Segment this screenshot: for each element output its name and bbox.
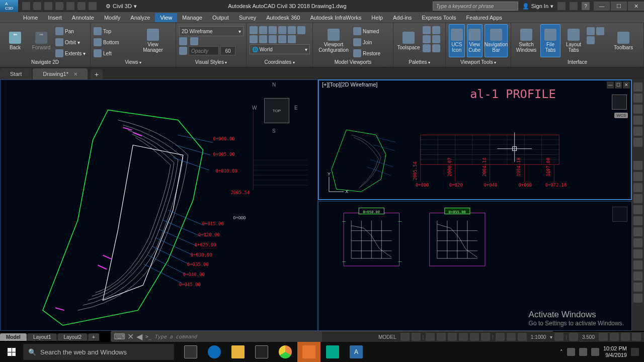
switch-windows-button[interactable]: Switch Windows bbox=[514, 24, 538, 57]
tab-analyze[interactable]: Analyze bbox=[125, 13, 155, 22]
tab-featuredapps[interactable]: Featured Apps bbox=[461, 13, 508, 22]
tray-notifications-icon[interactable] bbox=[631, 348, 639, 356]
viewcube[interactable]: TOP bbox=[264, 98, 289, 123]
tab-home[interactable]: Home bbox=[18, 13, 43, 22]
ucs-icon4[interactable] bbox=[278, 26, 286, 34]
file-tabs-button[interactable]: File Tabs bbox=[540, 24, 560, 57]
tray-network-icon[interactable] bbox=[567, 348, 575, 356]
maximize-button[interactable]: ☐ bbox=[611, 2, 627, 11]
taskbar-search[interactable]: 🔍 Search the web and Windows bbox=[23, 344, 174, 360]
tab-help[interactable]: Help bbox=[366, 13, 388, 22]
help-search-input[interactable]: Type a keyword or phrase bbox=[433, 2, 518, 11]
viewcube-small[interactable] bbox=[612, 95, 627, 110]
layout-tab-layout2[interactable]: Layout2 bbox=[57, 333, 88, 341]
snap-icon[interactable] bbox=[412, 333, 421, 341]
viewport-top-right[interactable]: [+][Top][2D Wireframe] — ☐ ✕ WCS al-1 PR… bbox=[318, 79, 632, 200]
ucs-icon6[interactable] bbox=[297, 26, 305, 34]
qp-icon[interactable] bbox=[507, 333, 516, 341]
viewport-label[interactable]: [+][Top][2D Wireframe] bbox=[322, 81, 377, 87]
palette-icon3[interactable] bbox=[423, 35, 431, 43]
qat-saveas-icon[interactable] bbox=[55, 2, 63, 10]
hw-icon[interactable] bbox=[610, 333, 619, 341]
status-scale[interactable]: 1:1000 bbox=[529, 334, 548, 340]
app-icon[interactable]: AC3D bbox=[0, 0, 18, 12]
palette-icon6[interactable] bbox=[432, 44, 440, 52]
tab-view[interactable]: View bbox=[155, 13, 177, 22]
close-button[interactable]: ✕ bbox=[628, 2, 644, 11]
layout-tab-model[interactable]: Model bbox=[0, 333, 27, 341]
ucs-icon2[interactable] bbox=[259, 26, 267, 34]
tab-manage[interactable]: Manage bbox=[177, 13, 207, 22]
task-store-icon[interactable] bbox=[250, 342, 273, 362]
tab-output[interactable]: Output bbox=[207, 13, 234, 22]
layout-tab-add[interactable]: + bbox=[88, 333, 99, 341]
nav-pan-icon[interactable] bbox=[633, 105, 642, 114]
file-tab-start[interactable]: Start bbox=[0, 68, 32, 79]
tool-icon3[interactable] bbox=[633, 183, 642, 192]
qat-open-icon[interactable] bbox=[33, 2, 41, 10]
tray-volume-icon[interactable] bbox=[579, 348, 587, 356]
join-viewports-button[interactable]: Join bbox=[353, 37, 380, 47]
task-edge-icon[interactable] bbox=[203, 342, 226, 362]
task-explorer-icon[interactable] bbox=[226, 342, 250, 362]
ws-icon[interactable] bbox=[554, 333, 564, 341]
tile-v-icon[interactable] bbox=[596, 27, 604, 35]
viewport-config-button[interactable]: Viewport Configuration bbox=[316, 24, 351, 57]
pan-button[interactable]: Pan bbox=[55, 26, 86, 36]
tile-h-icon[interactable] bbox=[587, 27, 595, 35]
layout-tabs-button[interactable]: Layout Tabs bbox=[562, 24, 585, 57]
tab-survey[interactable]: Survey bbox=[234, 13, 261, 22]
tool-icon2[interactable] bbox=[633, 172, 642, 181]
vp-close-icon[interactable]: ✕ bbox=[623, 81, 630, 88]
visual-style-dropdown[interactable]: 2D Wireframe▾ bbox=[179, 26, 244, 36]
qat-plot-icon[interactable] bbox=[66, 2, 74, 10]
opacity-icon[interactable] bbox=[179, 47, 187, 55]
toolspace-button[interactable]: Toolspace bbox=[396, 24, 421, 57]
coord-system-dropdown[interactable]: 🌐 World▾ bbox=[250, 44, 310, 54]
close-tab-icon[interactable]: ✕ bbox=[73, 71, 77, 77]
nav-wheel-icon[interactable] bbox=[633, 94, 642, 103]
command-input[interactable]: Type a command bbox=[154, 334, 197, 339]
shade-icon[interactable] bbox=[179, 37, 187, 45]
palette-icon1[interactable] bbox=[423, 26, 431, 34]
tool-icon7[interactable] bbox=[633, 227, 642, 236]
workspace-selector[interactable]: ⚙ Civil 3D ▾ bbox=[101, 3, 142, 10]
tab-autodesk360[interactable]: Autodesk 360 bbox=[261, 13, 305, 22]
tab-expresstools[interactable]: Express Tools bbox=[417, 13, 461, 22]
annomon-icon[interactable] bbox=[518, 333, 527, 341]
qat-save-icon[interactable] bbox=[44, 2, 52, 10]
nav-full-icon[interactable] bbox=[633, 82, 642, 92]
extents-button[interactable]: Extents ▾ bbox=[55, 48, 86, 58]
viewport-left[interactable]: N W E S TOP bbox=[0, 79, 318, 331]
tab-infraworks[interactable]: Autodesk InfraWorks bbox=[305, 13, 366, 22]
tool-icon6[interactable] bbox=[633, 216, 642, 225]
sc-icon[interactable] bbox=[496, 333, 505, 341]
lw-icon[interactable] bbox=[470, 333, 479, 341]
ucs-icon10[interactable] bbox=[278, 35, 286, 43]
toolbars-button[interactable]: Toolbars bbox=[611, 24, 635, 57]
task-app2-icon[interactable] bbox=[321, 342, 344, 362]
layout-tab-layout1[interactable]: Layout1 bbox=[27, 333, 57, 341]
tab-modify[interactable]: Modify bbox=[99, 13, 125, 22]
ucs-icon8[interactable] bbox=[259, 35, 267, 43]
nav-showmotion-icon[interactable] bbox=[633, 138, 642, 147]
tray-clock[interactable]: 10:02 PM9/4/2019 bbox=[603, 345, 627, 358]
qat-redo-icon[interactable] bbox=[89, 2, 97, 10]
edge-icon[interactable] bbox=[190, 37, 198, 45]
nav-zoom-icon[interactable] bbox=[633, 116, 642, 125]
file-tab-drawing1[interactable]: Drawing1*✕ bbox=[33, 68, 88, 79]
view-bottom-button[interactable]: Bottom bbox=[94, 37, 139, 47]
tab-insert[interactable]: Insert bbox=[43, 13, 67, 22]
otrack-icon[interactable] bbox=[459, 333, 468, 341]
start-button[interactable] bbox=[0, 342, 23, 362]
qat-undo-icon[interactable] bbox=[77, 2, 86, 10]
nav-orbit-icon[interactable] bbox=[633, 127, 642, 136]
palette-icon2[interactable] bbox=[432, 26, 440, 34]
qat-new-icon[interactable] bbox=[22, 2, 30, 10]
stayconnected-icon[interactable] bbox=[570, 2, 578, 10]
vp-min-icon[interactable]: — bbox=[607, 81, 614, 88]
ucs-icon-button[interactable]: UCS Icon bbox=[449, 24, 465, 57]
panel-viewporttools[interactable]: Viewport Tools bbox=[449, 58, 508, 66]
tool-icon5[interactable] bbox=[633, 205, 642, 214]
transp-icon[interactable] bbox=[481, 333, 490, 341]
